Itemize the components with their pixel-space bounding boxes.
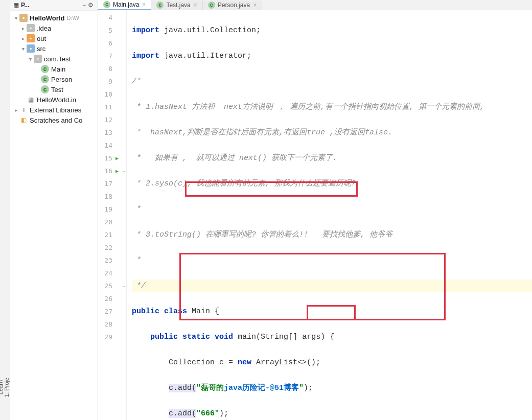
tree-src[interactable]: ▾ ▪ src: [10, 43, 98, 54]
code-editor[interactable]: import java.util.Collection; import java…: [127, 10, 532, 420]
collapse-button[interactable]: −: [82, 2, 86, 9]
run-gutter-icon[interactable]: ▶: [115, 155, 119, 161]
ide-root: 1: Proje Learn ▦ P... − ⚙ ▾ ▪ HelloWorld…: [0, 0, 532, 420]
tree-out[interactable]: ▸ ▪ out: [10, 33, 98, 43]
code-body: 4 5 6 7 8 9 10 11 12 13 14 15▶ 16▶− 17 1…: [98, 10, 532, 420]
project-icon: ▦: [13, 2, 19, 9]
close-icon[interactable]: ×: [142, 1, 146, 8]
sidebar-tab-learn[interactable]: Learn: [0, 380, 4, 394]
editor-tab-bar: c Main.java × c Test.java × c Person.jav…: [98, 0, 532, 10]
class-icon: c: [208, 2, 215, 9]
folder-icon: ▪: [27, 34, 35, 42]
chevron-down-icon: ▾: [19, 46, 27, 52]
tree-label: Main: [51, 65, 65, 73]
tree-label: src: [37, 45, 45, 53]
project-tree: ▾ ▪ HelloWorld D:\W ▸ ▪ .idea ▸ ▪ out ▾: [10, 11, 98, 127]
tab-person[interactable]: c Person.java ×: [203, 1, 262, 10]
folder-icon: ▪: [19, 14, 28, 22]
tree-label: Scratches and Co: [30, 116, 82, 124]
fold-icon[interactable]: −: [123, 169, 125, 174]
run-gutter-icon[interactable]: ▶: [115, 168, 119, 174]
package-icon: ▫: [34, 55, 42, 63]
gutter: 4 5 6 7 8 9 10 11 12 13 14 15▶ 16▶− 17 1…: [98, 10, 127, 420]
tree-package[interactable]: ▾ ▫ com.Test: [10, 54, 98, 64]
tree-path: D:\W: [66, 15, 79, 21]
scratch-icon: ◧: [19, 116, 28, 124]
tree-root[interactable]: ▾ ▪ HelloWorld D:\W: [10, 13, 98, 23]
tree-label: External Libraries: [30, 106, 81, 114]
tree-label: HelloWorld.in: [37, 96, 76, 104]
editor-area: c Main.java × c Test.java × c Person.jav…: [98, 0, 532, 420]
tab-label: Person.java: [218, 2, 250, 9]
chevron-down-icon: ▾: [12, 15, 19, 21]
fold-icon[interactable]: −: [123, 284, 125, 289]
class-icon: c: [41, 85, 49, 94]
tree-person-class[interactable]: c Person: [10, 74, 98, 84]
folder-icon: ▪: [27, 24, 35, 32]
class-icon: c: [41, 75, 49, 83]
class-icon: c: [103, 1, 110, 8]
folder-icon: ▪: [27, 44, 35, 53]
library-icon: ⫴: [19, 106, 28, 114]
tree-label: Person: [51, 76, 72, 83]
close-icon[interactable]: ×: [194, 2, 197, 9]
project-panel-header: ▦ P... − ⚙: [10, 0, 98, 11]
gear-icon[interactable]: ⚙: [88, 2, 94, 9]
tree-iml[interactable]: ▦ HelloWorld.in: [10, 95, 98, 105]
panel-title: P...: [21, 2, 81, 9]
tree-test-class[interactable]: c Test: [10, 84, 98, 95]
sidebar-tab-project[interactable]: 1: Proje: [4, 378, 10, 397]
tree-label: .idea: [37, 25, 51, 32]
tree-scratches[interactable]: ◧ Scratches and Co: [10, 115, 98, 125]
tree-label: HelloWorld: [30, 14, 64, 22]
sidebar-tool-strip: 1: Proje Learn: [0, 0, 10, 420]
chevron-right-icon: ▸: [19, 26, 27, 31]
close-icon[interactable]: ×: [253, 2, 257, 9]
chevron-right-icon: ▸: [19, 36, 27, 41]
tab-main[interactable]: c Main.java ×: [98, 0, 151, 10]
class-icon: c: [156, 2, 164, 9]
tree-idea[interactable]: ▸ ▪ .idea: [10, 23, 98, 33]
tree-ext-lib[interactable]: ▸ ⫴ External Libraries: [10, 105, 98, 115]
tree-label: com.Test: [44, 55, 71, 63]
tab-label: Test.java: [166, 2, 190, 9]
tab-test[interactable]: c Test.java ×: [151, 1, 202, 10]
project-panel: ▦ P... − ⚙ ▾ ▪ HelloWorld D:\W ▸ ▪ .idea: [10, 0, 98, 420]
tree-label: Test: [51, 86, 63, 94]
tree-label: out: [37, 35, 46, 42]
chevron-down-icon: ▾: [27, 56, 34, 62]
class-icon: c: [41, 65, 49, 73]
tab-label: Main.java: [113, 1, 139, 8]
tree-main-class[interactable]: c Main: [10, 64, 98, 74]
top-section: 1: Proje Learn ▦ P... − ⚙ ▾ ▪ HelloWorld…: [0, 0, 532, 420]
chevron-right-icon: ▸: [12, 107, 19, 113]
file-icon: ▦: [27, 96, 35, 104]
